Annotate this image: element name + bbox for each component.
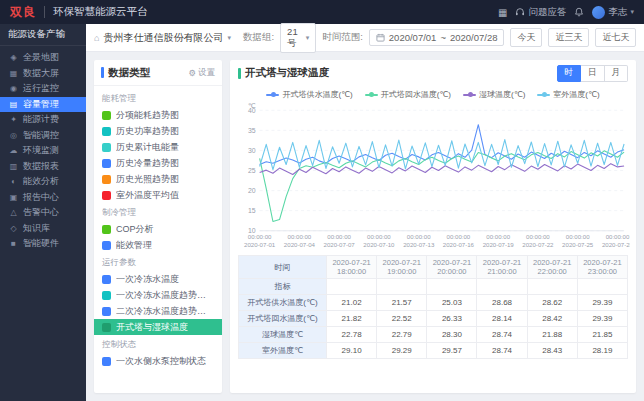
sidebar-item-4[interactable]: ▤容量管理	[0, 97, 86, 113]
sidebar-item-11[interactable]: △告警中心	[0, 205, 86, 221]
quick-range-today-button[interactable]: 今天	[510, 28, 542, 47]
notification-bell[interactable]	[574, 7, 584, 17]
calendar-icon	[376, 33, 385, 42]
empty-cell	[477, 279, 527, 295]
support-link[interactable]: 问题应答	[515, 6, 566, 19]
sidebar-item-label: 报告中心	[23, 191, 59, 204]
data-group-label: 数据组:	[243, 31, 274, 44]
sidebar-item-label: 能源计费	[23, 113, 59, 126]
svg-text:00:00:00: 00:00:00	[566, 234, 590, 240]
sidebar-item-13[interactable]: ■智能硬件	[0, 236, 86, 252]
legend-label: 室外温度(℃)	[553, 89, 599, 100]
sidebar-item-2[interactable]: ▦数据大屏	[0, 66, 86, 82]
period-tab-3[interactable]: 月	[605, 65, 629, 82]
datatype-item[interactable]: 能效管理	[94, 237, 222, 253]
datatype-item[interactable]: 历史光照趋势图	[94, 171, 222, 187]
accent-bar	[238, 68, 241, 79]
sidebar-item-label: 能效分析	[23, 175, 59, 188]
billing-icon: ✦	[9, 115, 18, 124]
user-menu[interactable]: 李志 ▾	[592, 6, 634, 19]
headset-icon	[515, 7, 525, 17]
period-toggle: 时日月	[557, 65, 629, 82]
datatype-panel-header: 数据类型 ⚙ 设置	[94, 60, 222, 86]
sidebar-item-label: 智能调控	[23, 129, 59, 142]
sidebar-item-10[interactable]: ▣报告中心	[0, 190, 86, 206]
datatype-item[interactable]: 一次冷冻水温度趋势曲线	[94, 287, 222, 303]
period-tab-1[interactable]: 时	[557, 65, 582, 82]
chevron-down-icon: ▾	[630, 8, 634, 16]
quick-range-7days-button[interactable]: 近七天	[595, 28, 636, 47]
alarm-icon: △	[9, 208, 18, 217]
datatype-item[interactable]: 一次冷冻水温度	[94, 271, 222, 287]
data-group-select[interactable]: 21号 ▾	[280, 23, 316, 53]
legend-item[interactable]: 湿球温度(℃)	[463, 89, 525, 100]
sidebar-item-3[interactable]: ◉运行监控	[0, 81, 86, 97]
value-cell: 28.68	[477, 295, 527, 311]
datetime-column-header: 2020-07-21 18:00:00	[327, 256, 377, 279]
time-range-label: 时间范围:	[322, 31, 363, 44]
value-cell: 21.82	[327, 311, 377, 327]
legend-item[interactable]: 室外温度(℃)	[537, 89, 599, 100]
user-name: 李志	[608, 6, 627, 19]
apps-grid-icon[interactable]: ▦	[498, 7, 507, 18]
datatype-item[interactable]: 开式塔与湿球温度	[94, 319, 222, 335]
svg-text:30: 30	[248, 147, 256, 154]
sidebar-item-1[interactable]: ◈全景地图	[0, 50, 86, 66]
app-root: 双良 环保智慧能源云平台 ▦ 问题应答 李志 ▾ 能源设备产输 ◈全景地图▦数据…	[0, 0, 644, 401]
svg-text:00:00:00: 00:00:00	[526, 234, 550, 240]
datatype-item-icon	[102, 357, 111, 366]
svg-text:00:00:00: 00:00:00	[407, 234, 431, 240]
table-header-row: 时间2020-07-21 18:00:002020-07-21 19:00:00…	[239, 256, 628, 279]
datatype-item-icon	[102, 241, 111, 250]
chart-title: 开式塔与湿球温度	[245, 66, 329, 80]
datatype-item[interactable]: 历史累计电能量	[94, 139, 222, 155]
sidebar-item-8[interactable]: ▥数据报表	[0, 159, 86, 175]
value-cell: 21.85	[577, 327, 627, 343]
legend-item[interactable]: 开式塔供水温度(℃)	[266, 89, 352, 100]
datatype-panel: 数据类型 ⚙ 设置 能耗管理分项能耗趋势图历史功率趋势图历史累计电能量历史冷量趋…	[94, 60, 222, 393]
chevron-down-icon: ▾	[306, 34, 310, 42]
date-range-picker[interactable]: 2020/07/01 ~ 2020/07/28	[369, 29, 505, 46]
svg-text:2020-07-25: 2020-07-25	[562, 242, 594, 248]
datatype-item[interactable]: 分项能耗趋势图	[94, 107, 222, 123]
datatype-item[interactable]: 一次水侧水泵控制状态	[94, 353, 222, 369]
sidebar-item-9[interactable]: ◐能效分析	[0, 174, 86, 190]
svg-text:2020-07-13: 2020-07-13	[403, 242, 435, 248]
sidebar-item-5[interactable]: ✦能源计费	[0, 112, 86, 128]
company-selector[interactable]: ⌂ 贵州李仕通信股份有限公司 ▾	[94, 31, 231, 45]
value-cell: 29.57	[427, 343, 477, 359]
legend-item[interactable]: 开式塔回水温度(℃)	[365, 89, 451, 100]
datetime-column-header: 2020-07-21 20:00:00	[427, 256, 477, 279]
sidebar-item-6[interactable]: ◎智能调控	[0, 128, 86, 144]
sidebar-item-7[interactable]: ☁环境监测	[0, 143, 86, 159]
table-row: 开式塔回水温度(℃)21.8222.5226.3328.1428.4229.39	[239, 311, 628, 327]
map-icon: ◈	[9, 53, 18, 62]
value-cell: 22.52	[377, 311, 427, 327]
value-cell: 28.43	[527, 343, 577, 359]
analysis-icon: ◐	[9, 177, 18, 186]
control-icon: ◎	[9, 131, 18, 140]
metric-name-cell: 开式塔回水温度(℃)	[239, 311, 327, 327]
line-chart[interactable]: 10152025303540℃00:00:002020-07-0100:00:0…	[236, 101, 630, 253]
datatype-item-label: 一次水侧水泵控制状态	[116, 355, 206, 368]
value-cell: 29.39	[577, 311, 627, 327]
period-tab-2[interactable]: 日	[581, 65, 605, 82]
sidebar-item-12[interactable]: ◇知识库	[0, 221, 86, 237]
datatype-item[interactable]: 二次冷冻水温度趋势曲线	[94, 303, 222, 319]
datatype-item[interactable]: 历史功率趋势图	[94, 123, 222, 139]
sidebar-item-label: 容量管理	[23, 98, 59, 111]
data-table: 时间2020-07-21 18:00:002020-07-21 19:00:00…	[238, 255, 628, 359]
datatype-item[interactable]: COP分析	[94, 221, 222, 237]
empty-cell	[427, 279, 477, 295]
datatype-item-label: 分项能耗趋势图	[116, 109, 179, 122]
primary-sidebar: 能源设备产输 ◈全景地图▦数据大屏◉运行监控▤容量管理✦能源计费◎智能调控☁环境…	[0, 24, 86, 401]
value-cell: 22.78	[327, 327, 377, 343]
datatype-item[interactable]: 室外温度平均值	[94, 187, 222, 203]
panel-settings-link[interactable]: ⚙ 设置	[188, 67, 215, 79]
settings-label: 设置	[198, 67, 215, 79]
datatype-item-icon	[102, 291, 111, 300]
knowledge-icon: ◇	[9, 224, 18, 233]
value-cell: 21.57	[377, 295, 427, 311]
quick-range-3days-button[interactable]: 近三天	[548, 28, 589, 47]
datatype-item[interactable]: 历史冷量趋势图	[94, 155, 222, 171]
